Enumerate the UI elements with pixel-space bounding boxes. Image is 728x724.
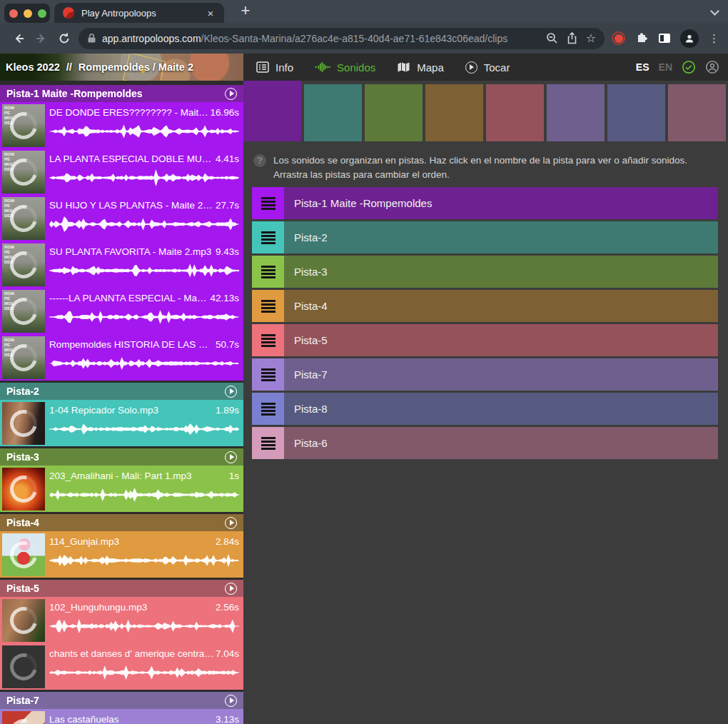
track-section-header[interactable]: Pista-1 Maite -Rompemoldes <box>0 85 243 102</box>
refresh-button[interactable] <box>53 27 76 50</box>
account-icon[interactable] <box>705 60 719 74</box>
zoom-page-icon[interactable] <box>546 32 558 44</box>
clip-waveform[interactable] <box>49 486 239 504</box>
clip-waveform[interactable] <box>49 551 239 570</box>
color-swatch[interactable] <box>425 84 483 141</box>
browser-tab[interactable]: Play Antropoloops × <box>54 3 224 23</box>
track-row[interactable]: Pista-3 <box>252 256 718 288</box>
track-row[interactable]: Pista-1 Maite -Rompemoldes <box>252 187 718 219</box>
drag-handle[interactable] <box>252 358 284 391</box>
track-row[interactable]: Pista-8 <box>252 393 718 425</box>
lang-es-toggle[interactable]: ES <box>636 61 649 73</box>
lang-en-toggle[interactable]: EN <box>659 61 672 73</box>
clip-waveform[interactable] <box>49 420 239 438</box>
tab-info[interactable]: Info <box>256 61 293 74</box>
clip-waveform[interactable] <box>49 122 239 141</box>
new-tab-button[interactable]: + <box>236 1 256 21</box>
forward-button[interactable] <box>30 27 53 50</box>
drag-handle[interactable] <box>252 221 284 253</box>
color-swatch[interactable] <box>668 84 726 141</box>
minimize-window-button[interactable] <box>24 9 32 18</box>
side-panel-icon[interactable] <box>659 34 670 43</box>
tab-search-chevron-icon[interactable] <box>710 6 719 16</box>
back-button[interactable] <box>7 27 30 50</box>
status-check-icon[interactable] <box>682 60 696 74</box>
tab-tocar[interactable]: Tocar <box>465 61 510 74</box>
clip-item[interactable]: 1-04 Repicador Solo.mp31.89s <box>0 400 243 446</box>
tab-close-icon[interactable]: × <box>204 7 217 19</box>
drag-handle[interactable] <box>252 187 284 219</box>
track-row[interactable]: Pista-7 <box>252 358 718 391</box>
clip-item[interactable]: ROM PE MOL DES------LA PLANNTA ESPECIAL … <box>0 288 243 334</box>
track-row-body[interactable]: Pista-4 <box>284 290 718 322</box>
tab-sonidos[interactable]: Sonidos <box>315 61 375 74</box>
profile-avatar[interactable] <box>680 29 699 48</box>
extensions-puzzle-icon[interactable] <box>635 30 649 46</box>
record-extension-icon[interactable] <box>612 31 625 45</box>
maximize-window-button[interactable] <box>38 9 46 18</box>
track-row[interactable]: Pista-5 <box>252 324 718 356</box>
clip-waveform[interactable] <box>49 617 239 635</box>
track-name: Pista-5 <box>6 583 225 594</box>
track-section-header[interactable]: Pista-2 <box>0 383 243 400</box>
track-row-body[interactable]: Pista-6 <box>284 427 718 459</box>
clip-item[interactable]: 114_Gunjai.mp32.84s <box>0 531 243 578</box>
track-play-button[interactable] <box>225 695 237 707</box>
breadcrumb-project[interactable]: Kleos 2022 <box>6 61 60 73</box>
track-section-header[interactable]: Pista-7 <box>0 692 243 709</box>
color-swatch[interactable] <box>304 84 362 141</box>
track-play-button[interactable] <box>225 451 237 463</box>
clip-item[interactable]: ROM PE MOL DESSU HIJO Y LAS PLANTAS - Ma… <box>0 195 243 241</box>
track-row-body[interactable]: Pista-2 <box>284 221 718 253</box>
clip-item[interactable]: ROM PE MOL DESLA PLANTA ESPECIAL DOBLE M… <box>0 149 243 195</box>
browser-menu-icon[interactable]: ⋮ <box>709 33 719 44</box>
tab-mapa[interactable]: Mapa <box>397 61 444 74</box>
track-section: Pista-1 Maite -RompemoldesROM PE MOL DES… <box>0 85 243 381</box>
color-swatch[interactable] <box>365 84 423 141</box>
address-bar[interactable]: app.antropoloops.com/Kleos-Santa-Marina/… <box>79 28 605 49</box>
close-window-button[interactable] <box>9 9 18 18</box>
track-row[interactable]: Pista-6 <box>252 427 718 459</box>
clip-item[interactable]: chants et danses d' amerique centrale - … <box>0 643 243 690</box>
drag-handle[interactable] <box>252 290 284 322</box>
track-row[interactable]: Pista-2 <box>252 221 718 253</box>
track-row-body[interactable]: Pista-7 <box>284 358 718 391</box>
clip-item[interactable]: 203_Amalihani - Mali: Part 1.mp31s <box>0 466 243 512</box>
drag-handle[interactable] <box>252 393 284 425</box>
color-swatch[interactable] <box>547 84 605 141</box>
track-row[interactable]: Pista-4 <box>252 290 718 322</box>
clip-item[interactable]: Las castañuelas3.13s <box>0 709 243 724</box>
color-swatch[interactable] <box>243 81 301 141</box>
clip-waveform[interactable] <box>49 354 239 373</box>
track-play-button[interactable] <box>225 583 237 595</box>
track-play-button[interactable] <box>225 517 237 529</box>
map-icon <box>397 61 410 73</box>
color-swatch[interactable] <box>486 84 544 141</box>
clip-item[interactable]: ROM PE MOL DESDE DONDE ERES???????? - Ma… <box>0 102 243 149</box>
drag-handle[interactable] <box>252 324 284 356</box>
track-play-button[interactable] <box>225 88 237 100</box>
clip-waveform[interactable] <box>49 663 239 682</box>
drag-handle[interactable] <box>252 256 284 288</box>
track-row-body[interactable]: Pista-3 <box>284 256 718 288</box>
clip-waveform[interactable] <box>49 169 239 187</box>
track-row-body[interactable]: Pista-5 <box>284 324 718 356</box>
clip-waveform[interactable] <box>49 308 239 326</box>
clip-waveform[interactable] <box>49 261 239 280</box>
track-section-header[interactable]: Pista-3 <box>0 448 243 466</box>
share-icon[interactable] <box>567 32 577 44</box>
clip-item[interactable]: ROM PE MOL DESSU PLANTA FAVORITA - Maite… <box>0 241 243 288</box>
bookmark-star-icon[interactable]: ☆ <box>586 31 596 45</box>
track-section-header[interactable]: Pista-4 <box>0 514 243 531</box>
clip-waveform[interactable] <box>49 215 239 233</box>
track-section-header[interactable]: Pista-5 <box>0 580 243 597</box>
clip-item[interactable]: ROM PE MOL DESRompemoldes HISTORIA DE LA… <box>0 334 243 381</box>
color-swatch[interactable] <box>607 84 665 141</box>
track-row-body[interactable]: Pista-1 Maite -Rompemoldes <box>284 187 718 219</box>
drag-handle-icon <box>261 197 275 210</box>
track-play-button[interactable] <box>225 386 237 398</box>
track-row-body[interactable]: Pista-8 <box>284 393 718 425</box>
drag-handle[interactable] <box>252 427 284 459</box>
breadcrumb[interactable]: Kleos 2022 // Rompemoldes / Maite 2 <box>6 54 193 81</box>
clip-item[interactable]: 102_Hunguhungu.mp32.56s <box>0 597 243 643</box>
